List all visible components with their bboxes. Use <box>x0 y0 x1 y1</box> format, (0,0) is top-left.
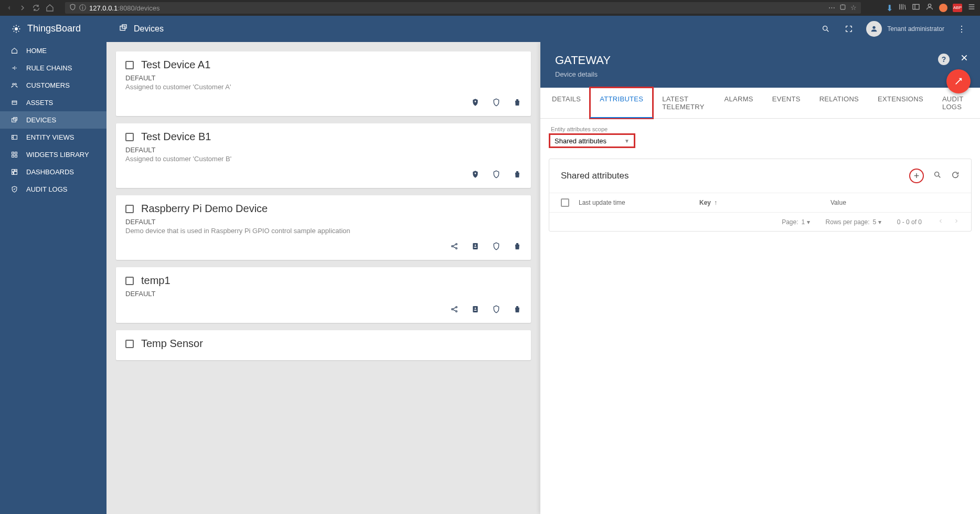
search-icon[interactable] <box>820 23 832 35</box>
device-card[interactable]: Raspberry Pi Demo DeviceDEFAULTDemo devi… <box>116 195 531 260</box>
search-attributes-icon[interactable] <box>933 171 942 181</box>
nav-icon <box>9 151 19 158</box>
tab-events[interactable]: EVENTS <box>763 88 810 118</box>
device-card[interactable]: Temp Sensor <box>116 330 531 360</box>
device-assign-button[interactable] <box>471 98 480 109</box>
ellipsis-icon[interactable]: ⋯ <box>828 4 835 12</box>
extension-badge-1[interactable] <box>939 4 947 12</box>
tab-relations[interactable]: RELATIONS <box>810 88 868 118</box>
url-host: 127.0.0.1 <box>89 4 118 12</box>
extension-badge-2[interactable]: ABP <box>953 4 962 12</box>
svg-rect-1 <box>913 4 919 9</box>
tab-extensions[interactable]: EXTENSIONS <box>868 88 933 118</box>
device-assign-button[interactable] <box>471 170 480 181</box>
nav-label: RULE CHAINS <box>26 64 72 72</box>
device-desc: Assigned to customer 'Customer A' <box>125 83 521 91</box>
more-icon[interactable]: ⋮ <box>956 23 967 35</box>
scope-label: Entity attributes scope <box>549 126 972 132</box>
device-card[interactable]: temp1DEFAULT <box>116 267 531 323</box>
home-button[interactable] <box>45 3 55 13</box>
fullscreen-icon[interactable] <box>843 23 855 35</box>
device-card[interactable]: Test Device A1DEFAULTAssigned to custome… <box>116 51 531 116</box>
svg-rect-16 <box>12 172 13 174</box>
refresh-attributes-icon[interactable] <box>951 171 960 181</box>
back-button[interactable] <box>4 3 14 13</box>
select-all-checkbox[interactable] <box>561 198 569 207</box>
nav-item-assets[interactable]: ASSETS <box>0 94 106 111</box>
svg-rect-19 <box>122 25 126 28</box>
device-checkbox[interactable] <box>125 61 134 69</box>
scope-select[interactable]: Shared attributes ▼ <box>549 133 635 148</box>
device-share-button[interactable] <box>450 305 459 316</box>
attributes-panel: Shared attributes + Last update time Key… <box>549 159 972 232</box>
page-select[interactable]: 1 ▾ <box>802 218 810 226</box>
device-delete-button[interactable] <box>513 305 521 316</box>
reload-button[interactable] <box>31 3 41 13</box>
tab-alarms[interactable]: ALARMS <box>715 88 763 118</box>
svg-point-2 <box>928 4 931 7</box>
next-page-button[interactable] <box>953 218 960 226</box>
device-shield-button[interactable] <box>492 98 500 109</box>
device-card-button[interactable] <box>471 305 480 316</box>
nav-item-entity-views[interactable]: ENTITY VIEWS <box>0 129 106 146</box>
svg-rect-15 <box>15 170 17 171</box>
device-checkbox[interactable] <box>125 133 134 141</box>
forward-button[interactable] <box>18 3 27 13</box>
browser-toolbar: ⓘ 127.0.0.1:8080/devices ⋯ ☆ ⬇ ABP <box>0 0 980 16</box>
svg-rect-25 <box>473 243 477 249</box>
details-tabs: DETAILSATTRIBUTESLATEST TELEMETRYALARMSE… <box>540 88 980 119</box>
col-value[interactable]: Value <box>830 199 960 206</box>
nav-icon <box>9 82 19 89</box>
device-delete-button[interactable] <box>513 98 521 109</box>
svg-rect-0 <box>840 5 845 9</box>
download-icon[interactable]: ⬇ <box>886 3 893 13</box>
menu-icon[interactable] <box>967 3 976 13</box>
nav-item-widgets-library[interactable]: WIDGETS LIBRARY <box>0 146 106 163</box>
bookmark-icon[interactable]: ☆ <box>850 4 857 12</box>
device-delete-button[interactable] <box>513 242 521 253</box>
nav-item-rule-chains[interactable]: RULE CHAINS <box>0 59 106 77</box>
svg-point-20 <box>823 26 827 30</box>
library-icon[interactable] <box>898 3 907 13</box>
device-name: Test Device B1 <box>141 131 211 143</box>
user-menu[interactable]: Tenant administrator <box>866 21 944 37</box>
nav-label: DEVICES <box>26 116 56 124</box>
help-button[interactable]: ? <box>938 54 950 65</box>
sidebar-toggle-icon[interactable] <box>912 3 920 13</box>
close-button[interactable] <box>960 54 968 64</box>
tab-attributes[interactable]: ATTRIBUTES <box>590 88 653 118</box>
add-device-fab[interactable] <box>946 69 971 93</box>
brand-logo[interactable]: ThingsBoard <box>0 16 106 42</box>
device-share-button[interactable] <box>450 242 459 253</box>
add-attribute-button[interactable]: + <box>909 169 924 183</box>
url-path: :8080/devices <box>118 4 159 12</box>
sidebar: ThingsBoard HOMERULE CHAINSCUSTOMERSASSE… <box>0 16 106 514</box>
device-checkbox[interactable] <box>125 277 134 285</box>
rows-select[interactable]: 5 ▾ <box>873 218 881 226</box>
device-checkbox[interactable] <box>125 340 134 348</box>
nav-item-home[interactable]: HOME <box>0 42 106 59</box>
col-last-update[interactable]: Last update time <box>579 199 699 206</box>
device-name: temp1 <box>141 275 171 287</box>
nav-item-devices[interactable]: DEVICES <box>0 111 106 129</box>
prev-page-button[interactable] <box>938 218 944 226</box>
col-key[interactable]: Key ↑ <box>699 199 830 206</box>
device-shield-button[interactable] <box>492 242 500 253</box>
device-card[interactable]: Test Device B1DEFAULTAssigned to custome… <box>116 123 531 188</box>
url-bar[interactable]: ⓘ 127.0.0.1:8080/devices ⋯ ☆ <box>65 2 861 14</box>
details-title: GATEWAY <box>555 54 965 67</box>
device-shield-button[interactable] <box>492 305 500 316</box>
dropdown-arrow-icon: ▼ <box>624 138 630 144</box>
account-icon[interactable] <box>925 3 934 13</box>
device-shield-button[interactable] <box>492 170 500 181</box>
nav-item-customers[interactable]: CUSTOMERS <box>0 77 106 94</box>
device-checkbox[interactable] <box>125 205 134 213</box>
nav-item-audit-logs[interactable]: AUDIT LOGS <box>0 181 106 198</box>
device-delete-button[interactable] <box>513 170 521 181</box>
tab-latest-telemetry[interactable]: LATEST TELEMETRY <box>653 88 715 118</box>
device-card-button[interactable] <box>471 242 480 253</box>
nav-item-dashboards[interactable]: DASHBOARDS <box>0 163 106 181</box>
device-type: DEFAULT <box>125 146 521 154</box>
tab-details[interactable]: DETAILS <box>542 88 590 118</box>
reader-icon[interactable] <box>839 4 846 12</box>
